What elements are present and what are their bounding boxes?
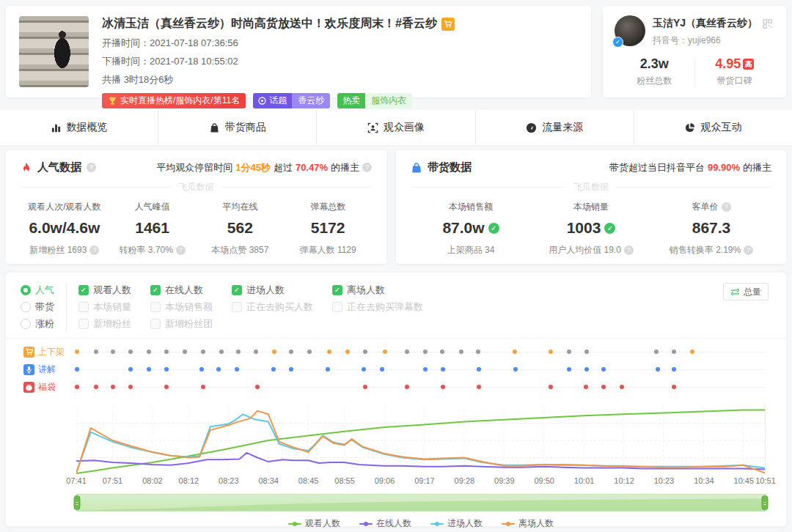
timeline-event-dot (584, 350, 589, 354)
timeline-event-dot (147, 367, 151, 372)
x-axis-tick: 07:41 (66, 476, 87, 485)
watermark: 飞瓜数据 (179, 181, 214, 193)
timeline-event-dot (363, 350, 367, 354)
legend-item[interactable]: 在线人数 (359, 517, 411, 530)
checkbox-icon (150, 302, 161, 312)
qr-code-icon[interactable] (762, 18, 773, 29)
timeline-event-dot (219, 350, 224, 354)
timeline-event-dot (289, 350, 293, 354)
range-slider-right-handle[interactable] (762, 495, 769, 510)
x-axis-tick: 07:51 (103, 476, 123, 485)
stat-value: 867.3 (651, 219, 771, 237)
checkbox-icon (232, 302, 242, 312)
nav-tab-2[interactable]: 带货商品 (158, 110, 316, 145)
x-axis-tick: 08:45 (298, 476, 319, 485)
hot-sale-tag[interactable]: 热卖 服饰内衣 (337, 93, 412, 108)
stream-info-card: 冰清玉洁（真丝香云纱）时尚高货放送中！欢乐度周末！#香云纱 开播时间：2021-… (6, 6, 591, 97)
x-axis-tick: 10:34 (694, 476, 714, 485)
stream-tags: 实时直播热榜/服饰内衣/第11名 话题 香云纱 热卖 服饰内衣 (102, 93, 578, 108)
series-checkbox[interactable]: 新增粉丝 (78, 315, 131, 332)
timeline-track (73, 343, 766, 361)
range-slider-left-handle[interactable] (74, 495, 81, 510)
help-icon[interactable]: ? (744, 245, 753, 255)
help-icon[interactable]: ? (362, 163, 372, 172)
metric-radio[interactable]: 人气 (21, 281, 54, 298)
stat-value: 5172 (284, 219, 372, 237)
metric-radio-group: 人气带货涨粉 (21, 281, 67, 332)
x-axis-tick: 09:06 (375, 476, 395, 485)
stat-sub: 用户人均价值 19.0? (531, 244, 651, 256)
range-slider-minimap (77, 495, 765, 511)
legend-marker (288, 521, 301, 527)
nav-tab-5[interactable]: 观众互动 (634, 110, 792, 145)
checkbox-icon (78, 302, 89, 312)
help-icon[interactable]: ? (722, 202, 731, 212)
help-icon[interactable]: ? (176, 245, 186, 255)
series-checkbox[interactable]: ✓观看人数 (78, 281, 131, 298)
help-icon[interactable]: ? (624, 245, 634, 255)
timeline-event-dot (128, 350, 133, 354)
help-icon[interactable]: ? (87, 163, 96, 172)
timeline-event-dot (327, 350, 331, 354)
checkbox-icon (332, 302, 342, 312)
cart-icon (23, 347, 34, 358)
series-checkbox[interactable]: 本场销量 (78, 298, 131, 315)
x-axis-tick: 08:02 (142, 476, 163, 485)
nav-tab-4[interactable]: 流量来源 (475, 110, 634, 145)
topic-tag[interactable]: 话题 香云纱 (253, 93, 330, 108)
timeline-event-dot (380, 367, 384, 372)
stat-value: 1461 (109, 219, 197, 237)
timeline-event-dot (672, 367, 676, 372)
x-axis-tick: 08:55 (334, 476, 355, 485)
score-badge: 高 (743, 59, 754, 70)
timeline-event-dot (199, 367, 204, 372)
bar-chart-icon (51, 122, 62, 133)
metric-radio[interactable]: 带货 (21, 298, 54, 315)
timeline-event-dot (183, 350, 187, 354)
x-axis-tick: 08:12 (179, 476, 199, 485)
total-toggle-button[interactable]: 总量 (723, 283, 769, 300)
end-time-label: 下播时间： (102, 56, 150, 67)
timeline-event-dot (690, 350, 694, 354)
help-icon[interactable]: ? (89, 245, 99, 255)
reputation-stat: 4.95高 带货口碑 (694, 56, 775, 87)
series-checkbox[interactable]: 本场销售额 (150, 298, 213, 315)
trophy-icon (108, 96, 117, 106)
popularity-title: 人气数据 (37, 160, 81, 174)
timeline-event-dot (477, 367, 481, 372)
x-axis-tick: 09:50 (534, 476, 554, 485)
shopping-bag-icon (209, 122, 220, 133)
nav-tab-1[interactable]: 数据概览 (0, 110, 158, 145)
series-checkbox[interactable]: 正在去购买人数 (232, 298, 313, 315)
portrait-icon (367, 122, 378, 133)
topic-icon (258, 97, 266, 105)
popularity-summary: 平均观众停留时间 1分45秒 超过 70.47% 的播主 ? (156, 161, 372, 174)
series-checkbox[interactable]: 新增粉丝团 (150, 315, 213, 332)
legend-item[interactable]: 离场人数 (502, 517, 554, 530)
timeline-event-dot (513, 350, 517, 354)
metric-radio[interactable]: 涨粉 (21, 315, 54, 332)
timeline-event-dot (363, 385, 367, 389)
series-checkbox[interactable]: 正在去购买弹幕数 (332, 298, 423, 315)
douyin-id-label: 抖音号： (653, 35, 688, 45)
stream-title: 冰清玉洁（真丝香云纱）时尚高货放送中！欢乐度周末！#香云纱 (102, 16, 437, 32)
legend-item[interactable]: 进场人数 (430, 517, 483, 530)
legend-item[interactable]: 观看人数 (288, 517, 340, 530)
flame-icon (21, 162, 32, 174)
nav-tab-3[interactable]: 观众画像 (316, 110, 474, 145)
range-slider[interactable] (76, 494, 766, 511)
series-checkbox[interactable]: ✓进场人数 (232, 281, 313, 298)
radio-icon (21, 319, 31, 329)
timeline-event-dot (164, 385, 169, 389)
timeline-event-dot (75, 350, 79, 354)
timeline-event-dot (423, 350, 428, 354)
rank-tag[interactable]: 实时直播热榜/服饰内衣/第11名 (102, 93, 246, 108)
timeline-event-dot (654, 350, 659, 354)
trend-chart-card: 人气带货涨粉 ✓观看人数✓在线人数✓进场人数✓离场人数本场销量本场销售额正在去购… (6, 273, 786, 526)
series-checkbox[interactable]: ✓离场人数 (332, 281, 423, 298)
stat-sub: 销售转换率 2.19%? (651, 244, 771, 256)
series-checkbox[interactable]: ✓在线人数 (150, 281, 213, 298)
timeline-track (73, 361, 766, 378)
x-axis-tick: 08:34 (258, 476, 279, 485)
timeline-event-dot (201, 385, 205, 389)
